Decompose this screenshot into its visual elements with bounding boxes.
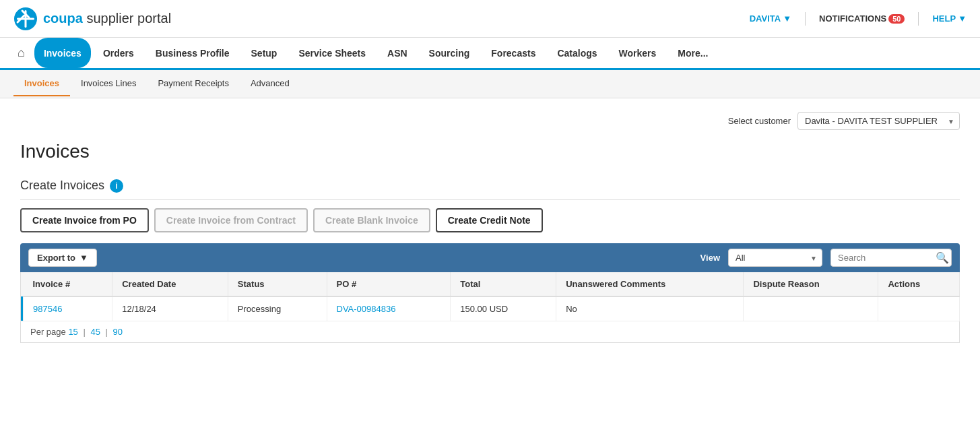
create-invoice-from-contract-button[interactable]: Create Invoice from Contract [154, 208, 308, 232]
nav-item-service-sheets[interactable]: Service Sheets [289, 38, 375, 68]
customer-select-row: Select customer Davita - DAVITA TEST SUP… [20, 112, 960, 130]
col-dispute-reason: Dispute Reason [744, 272, 878, 296]
coupa-logo-icon [13, 7, 38, 31]
header-right: DAVITA ▼ NOTIFICATIONS 50 HELP ▼ [750, 12, 967, 26]
user-chevron-icon: ▼ [783, 13, 791, 24]
nav-item-orders[interactable]: Orders [94, 38, 143, 68]
nav-item-business-profile[interactable]: Business Profile [146, 38, 239, 68]
table-toolbar: Export to ▼ View All 🔍 [20, 243, 960, 272]
invoice-num-cell: 987546 [24, 296, 112, 321]
search-button[interactable]: 🔍 [936, 251, 949, 264]
table-row: 987546 12/18/24 Processing DVA-00984836 … [21, 296, 960, 321]
nav-item-asn[interactable]: ASN [378, 38, 417, 68]
logo-text: coupa supplier portal [43, 11, 171, 26]
po-num-cell: DVA-00984836 [327, 296, 451, 321]
content-area: Select customer Davita - DAVITA TEST SUP… [0, 98, 980, 356]
top-header: coupa supplier portal DAVITA ▼ NOTIFICAT… [0, 0, 980, 38]
info-icon[interactable]: i [110, 179, 123, 193]
customer-select-label: Select customer [728, 116, 791, 126]
create-invoice-from-po-button[interactable]: Create Invoice from PO [20, 208, 149, 232]
header-divider-2 [918, 12, 919, 26]
created-date-cell: 12/18/24 [112, 296, 228, 321]
subnav-item-payment-receipts[interactable]: Payment Receipts [147, 71, 240, 96]
user-menu[interactable]: DAVITA ▼ [750, 13, 791, 24]
col-unanswered-comments: Unanswered Comments [556, 272, 744, 296]
page-title: Invoices [20, 141, 960, 162]
search-input[interactable] [830, 249, 952, 267]
unanswered-comments-cell: No [556, 296, 744, 321]
nav-item-setup[interactable]: Setup [242, 38, 287, 68]
per-page-label: Per page [30, 327, 66, 337]
view-select-wrapper[interactable]: All [728, 249, 822, 267]
invoices-table: Invoice # Created Date Status PO # Total… [20, 272, 960, 321]
per-page-row: Per page 15 | 45 | 90 [20, 321, 960, 343]
subnav-item-invoices[interactable]: Invoices [13, 71, 70, 96]
view-label: View [700, 253, 720, 263]
nav-item-sourcing[interactable]: Sourcing [420, 38, 480, 68]
dispute-reason-cell [744, 296, 878, 321]
create-blank-invoice-button[interactable]: Create Blank Invoice [313, 208, 430, 232]
home-nav-icon[interactable]: ⌂ [11, 42, 32, 64]
nav-item-invoices[interactable]: Invoices [34, 38, 91, 68]
sub-nav: Invoices Invoices Lines Payment Receipts… [0, 70, 980, 98]
subnav-item-invoices-lines[interactable]: Invoices Lines [70, 71, 147, 96]
per-page-90[interactable]: 90 [113, 327, 123, 337]
col-total: Total [451, 272, 556, 296]
logo-area: coupa supplier portal [13, 7, 171, 31]
actions-cell [878, 296, 960, 321]
header-divider [805, 12, 806, 26]
subnav-item-advanced[interactable]: Advanced [240, 71, 300, 96]
col-po-num: PO # [327, 272, 451, 296]
create-credit-note-button[interactable]: Create Credit Note [436, 208, 543, 232]
col-actions: Actions [878, 272, 960, 296]
search-wrapper: 🔍 [830, 249, 952, 267]
notifications-link[interactable]: NOTIFICATIONS 50 [819, 13, 905, 24]
per-page-45[interactable]: 45 [90, 327, 100, 337]
create-invoices-title: Create Invoices [20, 179, 104, 193]
per-page-divider-1: | [83, 327, 88, 337]
po-num-link[interactable]: DVA-00984836 [337, 304, 396, 314]
per-page-divider-2: | [106, 327, 110, 337]
table-header-row: Invoice # Created Date Status PO # Total… [21, 272, 960, 296]
total-cell: 150.00 USD [451, 296, 556, 321]
create-invoices-header: Create Invoices i [20, 179, 960, 200]
export-button[interactable]: Export to ▼ [28, 249, 97, 267]
per-page-15[interactable]: 15 [68, 327, 77, 337]
view-select[interactable]: All [728, 249, 822, 267]
notifications-badge: 50 [888, 14, 905, 24]
nav-item-workers[interactable]: Workers [610, 38, 666, 68]
export-chevron-icon: ▼ [79, 253, 88, 263]
col-invoice-num: Invoice # [24, 272, 112, 296]
col-status: Status [228, 272, 327, 296]
nav-item-more[interactable]: More... [668, 38, 717, 68]
customer-dropdown-wrapper[interactable]: Davita - DAVITA TEST SUPPLIER [797, 112, 960, 130]
nav-item-forecasts[interactable]: Forecasts [482, 38, 545, 68]
help-link[interactable]: HELP ▼ [932, 13, 967, 24]
status-cell: Processing [228, 296, 327, 321]
customer-dropdown[interactable]: Davita - DAVITA TEST SUPPLIER [797, 112, 960, 130]
help-chevron-icon: ▼ [958, 13, 967, 24]
nav-item-catalogs[interactable]: Catalogs [548, 38, 606, 68]
invoice-num-link[interactable]: 987546 [33, 304, 62, 314]
col-created-date: Created Date [112, 272, 228, 296]
action-buttons: Create Invoice from PO Create Invoice fr… [20, 208, 960, 232]
main-nav: ⌂ Invoices Orders Business Profile Setup… [0, 38, 980, 70]
